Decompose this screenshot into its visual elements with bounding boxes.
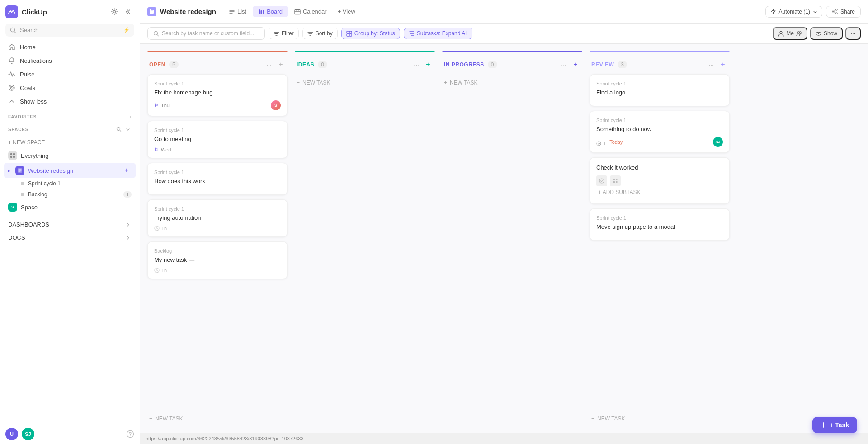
sidebar-item-pulse[interactable]: Pulse	[4, 67, 136, 81]
card-time: 1h	[154, 226, 167, 231]
sidebar-item-space[interactable]: S Space	[4, 200, 136, 214]
bottom-bar: https://app.clickup.com/6622248/v/li/635…	[140, 433, 868, 444]
card-icons	[596, 175, 723, 186]
tab-board[interactable]: Board	[253, 6, 288, 17]
tab-list[interactable]: List	[223, 6, 252, 17]
card-footer: 🏳 Wed	[154, 147, 281, 152]
subtasks-button[interactable]: Subtasks: Expand All	[404, 28, 473, 39]
more-options-button[interactable]: ···	[845, 27, 861, 40]
svg-rect-27	[347, 34, 349, 36]
in-progress-new-task-button[interactable]: + NEW TASK	[442, 76, 582, 90]
card-flag: 🏳 Thu	[154, 103, 170, 108]
card-check-it-worked[interactable]: Check it worked	[590, 157, 730, 204]
fab-label: + Task	[830, 421, 849, 429]
add-task-fab[interactable]: + Task	[812, 417, 857, 433]
spaces-area: + NEW SPACE Everything ▸	[0, 135, 140, 216]
card-fix-homepage-bug[interactable]: Sprint cycle 1 Fix the homepage bug 🏳 Th…	[147, 74, 288, 116]
sidebar: ClickUp Search ⚡	[0, 0, 140, 444]
card-my-new-task[interactable]: Backlog My new task — 1h	[147, 241, 288, 279]
card-move-sign-up-page[interactable]: Sprint cycle 1 Move sign up page to a mo…	[590, 208, 730, 241]
ideas-column-header: IDEAS 0 ··· +	[295, 57, 435, 74]
app-name: ClickUp	[22, 8, 47, 16]
open-more-button[interactable]: ···	[264, 60, 274, 70]
favorites-section-header: FAVORITES ›	[0, 110, 140, 121]
card-sprint-label: Sprint cycle 1	[596, 81, 723, 86]
everything-dot	[8, 151, 17, 160]
sort-by-button[interactable]: Sort by	[302, 28, 338, 39]
svg-rect-14	[150, 9, 151, 14]
project-title-area: Website redesign	[147, 7, 216, 16]
sidebar-search[interactable]: Search ⚡	[5, 24, 134, 37]
website-redesign-add-button[interactable]: +	[122, 165, 132, 175]
ideas-count: 0	[318, 61, 327, 68]
card-title: Go to meeting	[154, 136, 281, 142]
sidebar-item-home[interactable]: Home	[4, 40, 136, 54]
me-button[interactable]: Me	[773, 27, 807, 40]
board-search[interactable]: Search by task name or custom field...	[147, 27, 265, 40]
collapse-sidebar-button[interactable]	[123, 6, 134, 17]
review-add-task-button[interactable]: +	[718, 60, 728, 70]
sidebar-item-goals[interactable]: Goals	[4, 81, 136, 94]
add-subtask-label: + ADD SUBTASK	[598, 189, 640, 195]
add-subtask-button[interactable]: + ADD SUBTASK	[596, 186, 723, 198]
board-view-icon	[149, 9, 155, 14]
sidebar-item-notifications[interactable]: Notifications	[4, 54, 136, 67]
project-icon	[147, 7, 156, 16]
ideas-add-task-button[interactable]: +	[423, 60, 433, 70]
card-flag: 🏳 Wed	[154, 147, 171, 152]
spaces-expand-button[interactable]	[124, 126, 132, 133]
spaces-section-header: SPACES	[0, 121, 140, 135]
show-button[interactable]: Show	[810, 27, 843, 40]
card-something-to-do-now[interactable]: Sprint cycle 1 Something to do now — 1	[590, 111, 730, 153]
sidebar-item-sprint-cycle-1[interactable]: Sprint cycle 1 ···	[4, 178, 136, 189]
spaces-search-button[interactable]	[115, 126, 123, 133]
search-board-icon	[153, 31, 159, 37]
sidebar-item-backlog[interactable]: Backlog 1	[4, 189, 136, 200]
card-how-does-this-work[interactable]: Sprint cycle 1 How does this work	[147, 163, 288, 195]
dashboards-collapsible[interactable]: DASHBOARDS	[4, 218, 136, 231]
open-add-task-button[interactable]: +	[276, 60, 286, 70]
person-icon	[778, 31, 784, 37]
subtasks-label: Subtasks: Expand All	[417, 30, 468, 37]
ideas-new-task-button[interactable]: + NEW TASK	[295, 76, 435, 90]
docs-collapsible[interactable]: DOCS	[4, 231, 136, 244]
sidebar-top: ClickUp	[0, 0, 140, 22]
user-avatar-sj[interactable]: SJ	[22, 428, 34, 440]
tab-calendar[interactable]: Calendar	[289, 6, 332, 17]
dashboards-section: DASHBOARDS DOCS	[0, 216, 140, 246]
review-new-task-button[interactable]: + NEW TASK	[590, 412, 730, 425]
svg-point-2	[11, 28, 15, 32]
card-title: Trying automation	[154, 214, 281, 221]
card-trying-automation[interactable]: Sprint cycle 1 Trying automation 1h	[147, 199, 288, 237]
group-by-label: Group by: Status	[354, 30, 395, 37]
sidebar-footer: U SJ	[0, 424, 140, 444]
card-find-a-logo[interactable]: Sprint cycle 1 Find a logo	[590, 74, 730, 106]
in-progress-empty: + NEW TASK	[442, 74, 582, 425]
group-by-button[interactable]: Group by: Status	[341, 28, 400, 39]
in-progress-more-button[interactable]: ···	[559, 60, 569, 70]
card-sprint-label: Sprint cycle 1	[154, 81, 281, 86]
topbar: Website redesign List Board	[140, 0, 868, 24]
in-progress-add-task-button[interactable]: +	[571, 60, 580, 70]
card-due-date: Wed	[161, 147, 171, 152]
add-view-button[interactable]: + View	[333, 6, 360, 17]
sidebar-item-website-redesign[interactable]: ▸ Website redesign +	[4, 163, 136, 178]
svg-point-37	[599, 179, 604, 183]
sidebar-item-show-less[interactable]: Show less	[4, 94, 136, 108]
clock-icon	[154, 226, 160, 231]
card-go-to-meeting[interactable]: Sprint cycle 1 Go to meeting 🏳 Wed	[147, 121, 288, 158]
share-button[interactable]: Share	[826, 6, 861, 18]
review-more-button[interactable]: ···	[706, 60, 716, 70]
settings-button[interactable]	[109, 6, 120, 17]
automate-button[interactable]: Automate (1)	[765, 6, 822, 18]
sidebar-item-everything[interactable]: Everything	[4, 148, 136, 163]
new-space-button[interactable]: + NEW SPACE	[4, 137, 136, 148]
ideas-more-button[interactable]: ···	[411, 60, 421, 70]
open-new-task-button[interactable]: + NEW TASK	[147, 412, 288, 425]
user-avatar-u[interactable]: U	[5, 428, 18, 440]
chevron-down-icon	[125, 127, 131, 132]
question-icon[interactable]	[126, 430, 134, 438]
time-label: 1h	[161, 268, 167, 273]
filter-label: Filter	[282, 30, 294, 37]
filter-button[interactable]: Filter	[269, 28, 299, 39]
